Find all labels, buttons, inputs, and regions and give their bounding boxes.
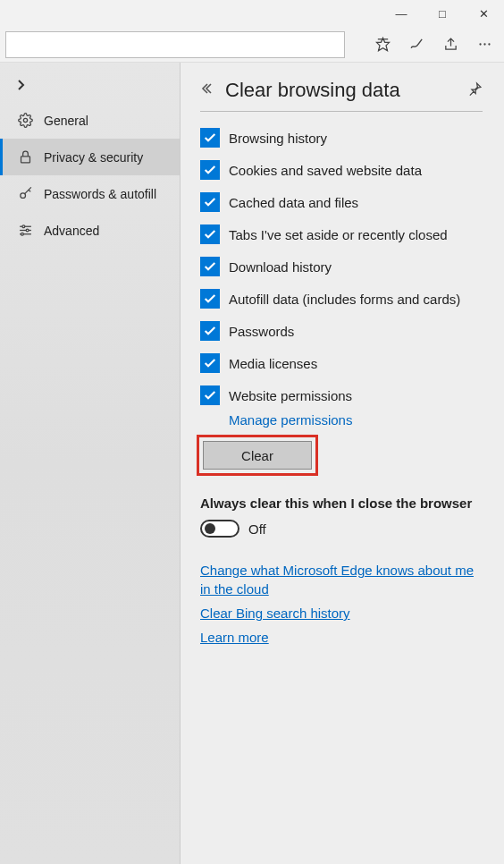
learn-more-link[interactable]: Learn more: [200, 628, 483, 647]
check-label: Tabs I've set aside or recently closed: [229, 227, 448, 242]
favorites-icon[interactable]: [368, 31, 397, 58]
cloud-link[interactable]: Change what Microsoft Edge knows about m…: [200, 561, 483, 598]
lock-icon: [17, 149, 33, 165]
share-icon[interactable]: [436, 31, 465, 58]
sidebar-item-label: Privacy & security: [44, 150, 143, 165]
checkbox-icon[interactable]: [200, 128, 220, 148]
svg-marker-0: [376, 38, 389, 50]
pin-icon[interactable]: [467, 81, 483, 100]
svg-point-13: [21, 233, 23, 235]
sidebar-expand-chevron[interactable]: [0, 72, 180, 102]
clear-button-highlight: Clear: [197, 435, 318, 476]
svg-point-9: [21, 225, 24, 228]
close-button[interactable]: ✕: [463, 0, 504, 27]
bing-history-link[interactable]: Clear Bing search history: [200, 604, 483, 623]
check-website-permissions[interactable]: Website permissions: [200, 385, 483, 405]
checkbox-icon[interactable]: [200, 160, 220, 180]
browser-toolbar: [0, 27, 504, 63]
toggle-state-label: Off: [248, 521, 266, 537]
key-icon: [17, 186, 33, 201]
sidebar-item-general[interactable]: General: [0, 102, 180, 139]
check-cached[interactable]: Cached data and files: [200, 192, 483, 212]
sidebar-item-label: General: [44, 114, 88, 128]
address-bar[interactable]: [5, 31, 345, 58]
minimize-button[interactable]: —: [381, 0, 422, 27]
check-label: Cached data and files: [229, 195, 358, 210]
settings-sidebar: General Privacy & security Passwords & a…: [0, 63, 181, 864]
check-label: Passwords: [229, 324, 294, 339]
gear-icon: [17, 113, 33, 128]
maximize-button[interactable]: □: [422, 0, 463, 27]
checkbox-icon[interactable]: [200, 224, 220, 244]
svg-point-11: [26, 229, 29, 232]
window-titlebar: — □ ✕: [0, 0, 504, 27]
checkbox-icon[interactable]: [200, 192, 220, 212]
always-clear-heading: Always clear this when I close the brows…: [200, 496, 483, 511]
clear-button[interactable]: Clear: [203, 441, 312, 470]
sidebar-item-label: Advanced: [44, 224, 99, 238]
sidebar-item-privacy[interactable]: Privacy & security: [0, 139, 180, 175]
more-icon[interactable]: [470, 31, 499, 58]
svg-point-4: [488, 43, 490, 45]
checkbox-icon[interactable]: [200, 385, 220, 405]
sliders-icon: [17, 223, 33, 238]
manage-permissions-link[interactable]: Manage permissions: [229, 412, 352, 428]
checkbox-icon[interactable]: [200, 289, 220, 309]
check-passwords[interactable]: Passwords: [200, 321, 483, 341]
check-label: Autofill data (includes forms and cards): [229, 292, 460, 307]
check-download-history[interactable]: Download history: [200, 257, 483, 276]
reading-list-icon[interactable]: [402, 31, 431, 58]
sidebar-item-label: Passwords & autofill: [44, 187, 156, 201]
main-panel: Clear browsing data Browsing history Coo…: [181, 63, 504, 864]
sidebar-item-advanced[interactable]: Advanced: [0, 212, 180, 249]
check-browsing-history[interactable]: Browsing history: [200, 128, 483, 148]
checkbox-icon[interactable]: [200, 257, 220, 276]
check-autofill[interactable]: Autofill data (includes forms and cards): [200, 289, 483, 309]
toggle-knob: [205, 523, 215, 534]
check-label: Media licenses: [229, 356, 317, 371]
svg-point-2: [479, 43, 481, 45]
check-label: Website permissions: [229, 388, 352, 403]
checkbox-icon[interactable]: [200, 321, 220, 341]
always-clear-toggle[interactable]: [200, 520, 239, 538]
svg-point-5: [23, 118, 27, 122]
back-button[interactable]: [200, 81, 214, 100]
check-media-licenses[interactable]: Media licenses: [200, 353, 483, 373]
svg-rect-6: [21, 157, 29, 163]
check-cookies[interactable]: Cookies and saved website data: [200, 160, 483, 180]
check-tabs-aside[interactable]: Tabs I've set aside or recently closed: [200, 224, 483, 244]
panel-title: Clear browsing data: [225, 79, 457, 102]
sidebar-item-passwords[interactable]: Passwords & autofill: [0, 175, 180, 212]
svg-point-3: [483, 43, 485, 45]
check-label: Download history: [229, 259, 332, 275]
check-label: Cookies and saved website data: [229, 163, 422, 178]
checkbox-icon[interactable]: [200, 353, 220, 373]
check-label: Browsing history: [229, 131, 327, 146]
